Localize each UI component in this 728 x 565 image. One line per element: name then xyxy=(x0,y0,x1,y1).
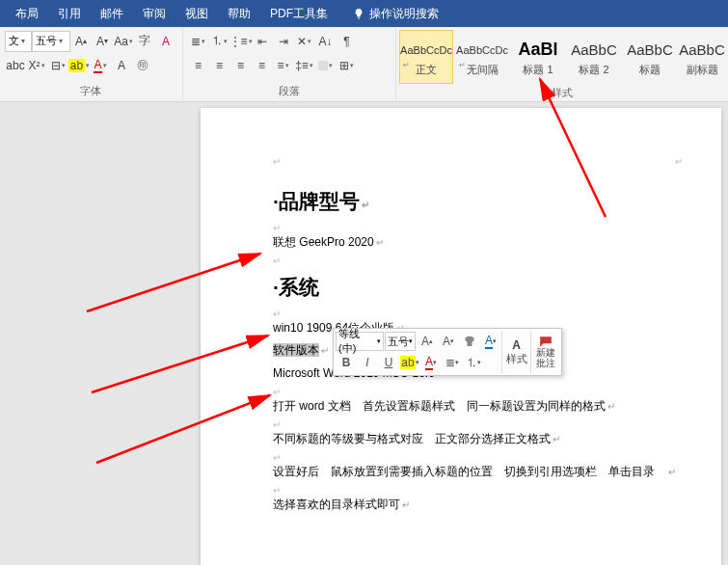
ribbon-label-font: 字体 xyxy=(0,82,182,101)
distribute-button[interactable]: ≡▾ xyxy=(273,55,294,76)
line-spacing-button[interactable]: ‡≡▾ xyxy=(294,55,315,76)
shading-button[interactable]: ▾ xyxy=(315,55,337,76)
increase-indent-button[interactable]: ⇥ xyxy=(273,31,294,52)
font-family-dropdown[interactable]: 文▾ xyxy=(5,31,32,52)
lightbulb-icon xyxy=(353,8,364,19)
enclose-char-button[interactable]: ㊞ xyxy=(132,55,153,76)
menu-pdf[interactable]: PDF工具集 xyxy=(260,0,337,27)
mini-format-painter[interactable] xyxy=(459,332,480,351)
doc-paragraph: 设置好后 鼠标放置到需要插入标题的位置 切换到引用选项栏 单击目录 ↵ xyxy=(273,463,683,481)
mini-bold[interactable]: B xyxy=(336,353,357,372)
mini-font-color-2[interactable]: A▾ xyxy=(420,353,442,372)
sort-button[interactable]: A↓ xyxy=(315,31,337,52)
decrease-font-button[interactable]: A▾ xyxy=(92,31,113,52)
increase-font-button[interactable]: A▴ xyxy=(70,31,92,52)
style-heading-2[interactable]: AaBbC 标题 2 xyxy=(567,30,621,84)
mini-highlight[interactable]: ab▾ xyxy=(399,353,420,372)
font-size-dropdown[interactable]: 五号▾ xyxy=(32,31,70,52)
numbering-button[interactable]: ⒈▾ xyxy=(209,31,230,52)
style-no-spacing[interactable]: AaBbCcDc ↵ 无间隔 xyxy=(455,30,509,84)
subscript-button[interactable]: abc xyxy=(5,55,26,76)
mini-font-family[interactable]: 等线 (中)▾ xyxy=(336,332,384,351)
borders-button[interactable]: ⊞▾ xyxy=(337,55,358,76)
clear-formatting-button[interactable]: A xyxy=(155,31,176,52)
brush-icon xyxy=(464,336,475,347)
paragraph-mark: ↵ xyxy=(273,309,683,319)
mini-font-color[interactable]: A▾ xyxy=(480,332,501,351)
menu-view[interactable]: 视图 xyxy=(175,0,218,27)
mini-increase-font[interactable]: A▴ xyxy=(417,332,438,351)
show-marks-button[interactable]: ¶ xyxy=(337,31,358,52)
ribbon-label-paragraph: 段落 xyxy=(183,82,395,101)
char-border-button[interactable]: ⊟▾ xyxy=(47,55,68,76)
phonetic-guide-button[interactable]: 字 xyxy=(134,31,155,52)
text-direction-button[interactable]: ✕▾ xyxy=(294,31,315,52)
decrease-indent-button[interactable]: ⇤ xyxy=(252,31,273,52)
doc-paragraph: 联想 GeekPro 2020↵ xyxy=(273,233,683,252)
menu-layout[interactable]: 布局 xyxy=(6,0,48,27)
paragraph-mark: ↵ xyxy=(675,156,683,167)
paragraph-mark: ↵ xyxy=(273,223,683,233)
ribbon-group-font: 文▾ 五号▾ A▴ A▾ Aa▾ 字 A abc X²▾ ⊟▾ ab▾ A▾ A… xyxy=(0,27,183,101)
mini-decrease-font[interactable]: A▾ xyxy=(438,332,459,351)
mini-font-size[interactable]: 五号▾ xyxy=(385,332,416,351)
change-case-button[interactable]: Aa▾ xyxy=(113,31,134,52)
style-heading-1[interactable]: AaBl 标题 1 xyxy=(511,30,565,84)
menu-mail[interactable]: 邮件 xyxy=(91,0,133,27)
superscript-button[interactable]: X²▾ xyxy=(26,55,47,76)
comment-icon xyxy=(539,336,553,347)
style-gallery: AaBbCcDc ↵ 正文 AaBbCcDc ↵ 无间隔 AaBl 标题 1 A… xyxy=(398,30,726,84)
style-subtitle[interactable]: AaBbC 副标题 xyxy=(679,30,725,84)
paragraph-mark: ↵ xyxy=(273,485,683,496)
paragraph-mark: ↵ xyxy=(273,156,281,167)
doc-paragraph: 选择喜欢的目录样式即可↵ xyxy=(273,496,683,514)
mini-bullets[interactable]: ≣▾ xyxy=(442,353,463,372)
ribbon-label-styles: 样式 xyxy=(396,84,728,103)
menu-review[interactable]: 审阅 xyxy=(133,0,175,27)
mini-styles[interactable]: A 样式 xyxy=(501,331,530,373)
mini-underline[interactable]: U xyxy=(378,353,399,372)
menu-bar: 布局 引用 邮件 审阅 视图 帮助 PDF工具集 操作说明搜索 xyxy=(0,0,728,27)
doc-heading-1: ·品牌型号↵ xyxy=(273,188,683,215)
mini-italic[interactable]: I xyxy=(357,353,378,372)
highlight-button[interactable]: ab▾ xyxy=(68,55,90,76)
menu-help[interactable]: 帮助 xyxy=(218,0,260,27)
ribbon: 文▾ 五号▾ A▴ A▾ Aa▾ 字 A abc X²▾ ⊟▾ ab▾ A▾ A… xyxy=(0,27,728,102)
style-title[interactable]: AaBbC 标题 xyxy=(623,30,677,84)
mini-numbering[interactable]: ⒈▾ xyxy=(463,353,484,372)
ribbon-group-paragraph: ≣▾ ⒈▾ ⋮≡▾ ⇤ ⇥ ✕▾ A↓ ¶ ≡ ≡ ≡ ≡ ≡▾ ‡≡▾ ▾ xyxy=(183,27,396,101)
tell-me-search[interactable]: 操作说明搜索 xyxy=(343,0,448,27)
justify-button[interactable]: ≡ xyxy=(252,55,273,76)
doc-paragraph: 打开 word 文档 首先设置标题样式 同一标题设置为同样的格式↵ xyxy=(273,397,683,416)
align-left-button[interactable]: ≡ xyxy=(188,55,209,76)
style-normal[interactable]: AaBbCcDc ↵ 正文 xyxy=(399,30,453,84)
menu-references[interactable]: 引用 xyxy=(48,0,91,27)
mini-toolbar: 等线 (中)▾ 五号▾ A▴ A▾ A▾ B I U ab▾ A▾ ≣▾ ⒈▾ … xyxy=(333,328,562,376)
doc-paragraph: 不同标题的等级要与格式对应 正文部分选择正文格式↵ xyxy=(273,430,683,448)
char-shading-button[interactable]: A xyxy=(111,55,132,76)
ribbon-group-styles: AaBbCcDc ↵ 正文 AaBbCcDc ↵ 无间隔 AaBl 标题 1 A… xyxy=(396,27,728,101)
bullets-button[interactable]: ≣▾ xyxy=(188,31,209,52)
paragraph-mark: ↵ xyxy=(273,387,683,397)
doc-heading-2: ·系统占位占 xyxy=(273,274,683,301)
mini-new-comment[interactable]: 新建 批注 xyxy=(530,331,559,373)
font-color-button[interactable]: A▾ xyxy=(90,55,111,76)
multilevel-list-button[interactable]: ⋮≡▾ xyxy=(230,31,252,52)
paragraph-mark: ↵ xyxy=(273,452,683,463)
align-center-button[interactable]: ≡ xyxy=(209,55,230,76)
paragraph-mark: ↵ xyxy=(273,256,683,266)
paragraph-mark: ↵ xyxy=(273,419,683,430)
align-right-button[interactable]: ≡ xyxy=(230,55,252,76)
